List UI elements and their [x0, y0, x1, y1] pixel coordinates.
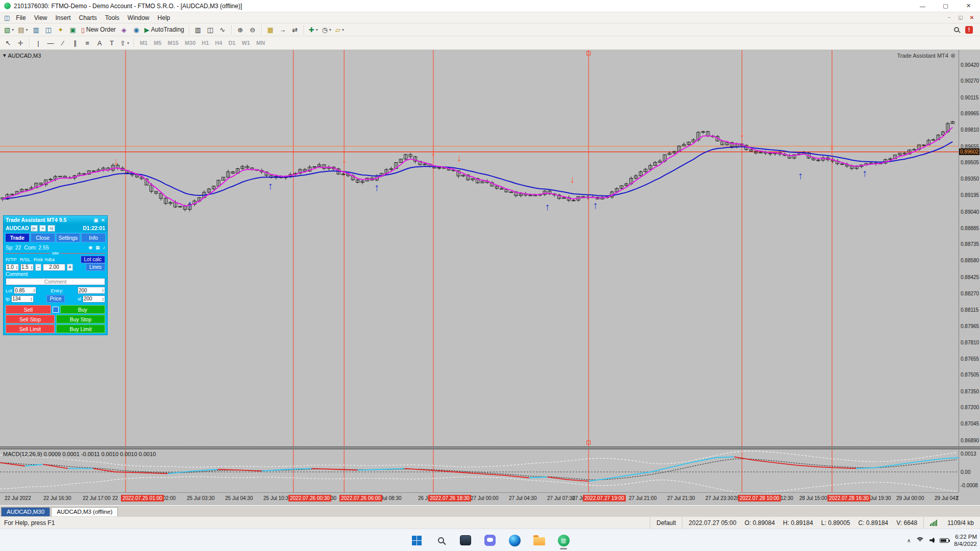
fibonacci-icon[interactable]: ≡: [81, 38, 93, 48]
data-window-icon[interactable]: ◫: [42, 24, 55, 35]
zoom-in-icon[interactable]: ⊕: [234, 24, 247, 35]
market-watch-icon[interactable]: ▥: [30, 24, 42, 35]
terminal-icon[interactable]: ▣: [67, 24, 79, 35]
menu-file[interactable]: File: [12, 13, 30, 22]
templates-icon[interactable]: ▱▾: [333, 24, 346, 35]
menu-tools[interactable]: Tools: [101, 13, 124, 22]
panel-tab-settings[interactable]: Settings: [56, 233, 81, 242]
mdi-close-button[interactable]: ✕: [968, 15, 976, 20]
taskbar-search-button[interactable]: [431, 531, 451, 550]
panel-tab-close[interactable]: Close: [31, 233, 55, 242]
equidistant-channel-icon[interactable]: ∥: [69, 38, 81, 48]
navigator-icon[interactable]: ✦: [55, 24, 67, 35]
menu-window[interactable]: Window: [124, 13, 154, 22]
timeframe-mn[interactable]: MN: [253, 39, 268, 46]
search-icon[interactable]: [954, 27, 959, 32]
horizontal-line-icon[interactable]: —: [44, 38, 57, 48]
grid-icon[interactable]: ▦: [95, 245, 100, 250]
buy-button[interactable]: Buy: [60, 305, 106, 314]
auto-scroll-icon[interactable]: →: [277, 24, 289, 35]
buy-limit-button[interactable]: Buy Limit: [56, 324, 105, 333]
eye-icon[interactable]: ◉: [88, 245, 92, 250]
mdi-restore-button[interactable]: ◱: [957, 15, 965, 20]
symbol-last-button[interactable]: >|: [47, 225, 55, 232]
close-button[interactable]: ✕: [957, 0, 980, 12]
order-toggle-checkbox[interactable]: [53, 307, 59, 313]
chart-symbol-label[interactable]: ▾ AUDCAD,M3: [3, 52, 41, 59]
price-axis[interactable]: 0.89602 0.904200.902700.901150.899650.89…: [959, 50, 980, 492]
rtp-input[interactable]: [6, 264, 15, 270]
vertical-line-icon[interactable]: |: [32, 38, 44, 48]
symbol-next-button[interactable]: >: [39, 225, 46, 232]
timeframe-h1[interactable]: H1: [199, 39, 212, 46]
sell-button[interactable]: Sell: [6, 305, 51, 314]
maximize-button[interactable]: ▢: [934, 0, 957, 12]
text-label-icon[interactable]: T: [106, 38, 118, 48]
arrows-icon[interactable]: ⇧▾: [118, 38, 131, 48]
sell-stop-button[interactable]: Sell Stop: [6, 315, 55, 323]
buy-stop-button[interactable]: Buy Stop: [56, 315, 105, 323]
new-order-button[interactable]: ▯New Order: [79, 24, 118, 35]
chart-tab[interactable]: AUDCAD,M3 (offline): [51, 507, 118, 516]
alerts-icon[interactable]: !: [965, 26, 973, 34]
oneclick-dropdown-icon[interactable]: ▾: [3, 52, 6, 59]
menu-charts[interactable]: Charts: [75, 13, 101, 22]
menu-insert[interactable]: Insert: [51, 13, 75, 22]
speaker-wrap[interactable]: [929, 537, 935, 543]
candlestick-chart-icon[interactable]: ◫: [204, 24, 216, 35]
taskbar-edge-button[interactable]: [505, 531, 524, 550]
timeframe-h4[interactable]: H4: [212, 39, 225, 46]
spinner-icon[interactable]: [30, 296, 33, 302]
risk-plus-button[interactable]: +: [67, 264, 73, 271]
lot-calc-button[interactable]: Lot calc: [81, 256, 105, 263]
start-button[interactable]: [407, 531, 426, 550]
lines-button[interactable]: Lines: [86, 263, 105, 271]
comment-input[interactable]: Comment: [6, 278, 105, 285]
sell-limit-button[interactable]: Sell Limit: [6, 324, 55, 333]
panel-header[interactable]: Trade Assistant MT4 9.5 ▣ ✕: [4, 216, 107, 224]
tray-chevron-icon[interactable]: ∧: [907, 538, 911, 543]
line-chart-icon[interactable]: ∿: [216, 24, 229, 35]
taskbar-folder-button[interactable]: [529, 531, 549, 550]
timeframe-m30[interactable]: M30: [182, 39, 199, 46]
timeframe-d1[interactable]: D1: [225, 39, 238, 46]
menu-view[interactable]: View: [30, 13, 52, 22]
menu-help[interactable]: Help: [154, 13, 175, 22]
periods-icon[interactable]: ◷▾: [320, 24, 333, 35]
new-chart-icon[interactable]: ▧▾: [2, 24, 16, 35]
expert-remove-icon[interactable]: ⊗: [950, 52, 955, 59]
taskbar-clock[interactable]: 6:22 PM 8/4/2022: [954, 533, 977, 548]
symbol-first-button[interactable]: |<: [31, 225, 38, 232]
risk-input[interactable]: [43, 264, 65, 270]
taskbar-window-app-button[interactable]: [456, 531, 475, 550]
autotrading-button[interactable]: ▶AutoTrading: [142, 24, 186, 35]
panel-tab-info[interactable]: Info: [81, 233, 106, 242]
spinner-icon[interactable]: [15, 264, 18, 270]
minimize-button[interactable]: —: [911, 0, 934, 12]
profiles-icon[interactable]: ▤▾: [16, 24, 30, 35]
camera-icon[interactable]: ▣: [93, 217, 98, 223]
bar-chart-icon[interactable]: ▥: [192, 24, 204, 35]
spinner-icon[interactable]: [30, 264, 33, 270]
indicators-icon[interactable]: ✚▾: [307, 24, 320, 35]
risk-minus-button[interactable]: -: [35, 264, 41, 271]
trendline-icon[interactable]: ∕: [57, 38, 69, 48]
indicator-window-divider[interactable]: [0, 446, 980, 449]
spinner-icon[interactable]: [101, 296, 105, 302]
cursor-icon[interactable]: ↖: [2, 38, 14, 48]
text-icon[interactable]: A: [93, 38, 106, 48]
time-axis[interactable]: 22 Jul 202222 Jul 16:3022 Jul 17:0022202…: [0, 492, 959, 505]
taskbar-metatrader-button[interactable]: ▥: [554, 531, 573, 550]
chart-shift-icon[interactable]: ⇄: [289, 24, 301, 35]
spinner-icon[interactable]: [33, 287, 36, 293]
sl-input[interactable]: [83, 296, 101, 302]
timeframe-m1[interactable]: M1: [137, 39, 151, 46]
price-chart[interactable]: ↓↓↓↓↓↓↓↑↑↑↑↑↑↑: [0, 50, 959, 446]
rsl-input[interactable]: [21, 264, 30, 270]
tp-input[interactable]: [12, 296, 30, 302]
wifi-icon[interactable]: [916, 537, 924, 543]
timeframe-w1[interactable]: W1: [238, 39, 253, 46]
zoom-out-icon[interactable]: ⊖: [247, 24, 259, 35]
panel-tab-trade[interactable]: Trade: [5, 233, 30, 242]
bell-icon[interactable]: ♪: [103, 245, 106, 250]
